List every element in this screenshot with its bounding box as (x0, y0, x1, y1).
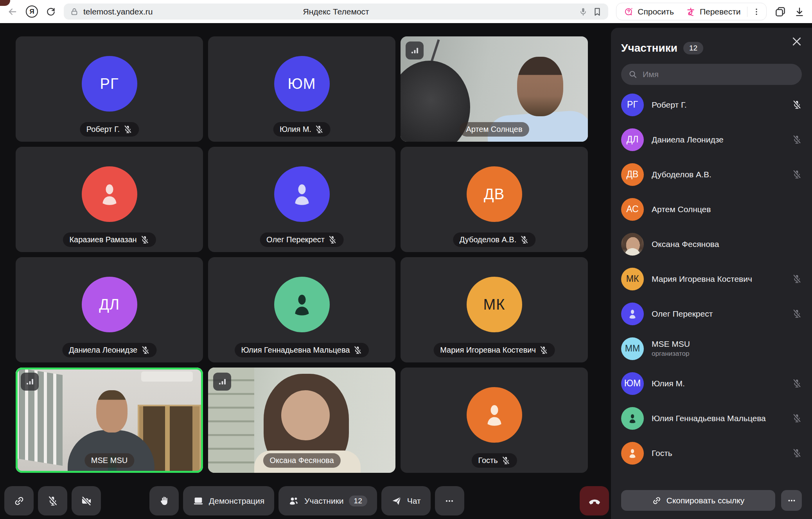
avatar: ДВ (467, 166, 522, 222)
pill-menu-button[interactable] (748, 3, 765, 20)
ask-button[interactable]: Спросить (618, 3, 679, 20)
video-tile[interactable]: ЮМЮлия М. (208, 36, 395, 142)
refresh-icon[interactable] (46, 7, 56, 17)
vertical-dots-icon (752, 7, 761, 16)
person-icon (95, 180, 124, 209)
chat-button[interactable]: Чат (381, 486, 431, 515)
divider (747, 7, 748, 17)
participant-row[interactable]: Юлия Геннадьевна Мальцева (621, 401, 802, 436)
share-screen-button[interactable]: Демонстрация (183, 486, 274, 515)
avatar (621, 303, 644, 325)
video-tile[interactable]: Юлия Геннадьевна Мальцева (208, 257, 395, 362)
call-toolbar: Демонстрация Участники 12 Чат (4, 486, 609, 515)
participant-name: MSE MSU (91, 456, 128, 465)
participant-row[interactable]: ММMSE MSUорганизатор (621, 331, 802, 366)
link-icon (14, 496, 25, 506)
participants-count-badge: 12 (349, 496, 367, 506)
video-tile[interactable]: Олег Перекрест (208, 147, 395, 252)
yandex-browser-logo[interactable]: Я (26, 5, 38, 18)
panel-footer: Скопировать ссылку (621, 490, 802, 511)
avatar: ММ (621, 337, 644, 360)
participant-info: Дубоделов А.В. (652, 170, 784, 179)
translate-icon (686, 7, 696, 17)
more-button[interactable] (435, 486, 464, 515)
participants-button[interactable]: Участники 12 (278, 486, 377, 515)
video-tile[interactable]: Артем Солнцев (401, 36, 588, 142)
avatar: АС (621, 198, 644, 221)
participant-name-label: Роберт Г. (80, 122, 139, 137)
participant-name: Мария Игоревна Костевич (440, 346, 536, 355)
hand-icon (159, 496, 170, 506)
signal-bars-icon (21, 373, 39, 391)
camera-off-icon (81, 496, 92, 506)
avatar (621, 407, 644, 430)
video-tile[interactable]: ДВДубоделов А.В. (401, 147, 588, 252)
avatar (82, 166, 137, 222)
participant-name: Юлия Геннадьевна Мальцева (241, 346, 350, 355)
bookmark-icon[interactable] (593, 7, 602, 16)
ask-label: Спросить (638, 7, 674, 16)
lock-icon[interactable] (70, 7, 79, 16)
participant-row[interactable]: ДЛДаниела Леонидзе (621, 122, 802, 157)
url-text[interactable]: telemost.yandex.ru (83, 7, 153, 16)
participant-name: Артем Солнцев (466, 125, 522, 134)
participant-row[interactable]: ЮМЮлия М. (621, 366, 802, 401)
video-tile[interactable]: РГРоберт Г. (16, 36, 203, 142)
translate-button[interactable]: Перевести (680, 3, 746, 20)
tabs-icon[interactable] (774, 6, 786, 18)
raise-hand-button[interactable] (149, 486, 179, 515)
downloads-icon[interactable] (794, 6, 805, 17)
participant-name-label: MSE MSU (84, 453, 134, 468)
participant-info: Олег Перекрест (652, 309, 784, 319)
address-bar[interactable]: telemost.yandex.ru Яндекс Телемост (64, 4, 608, 20)
participants-panel: Участники 12 РГРоберт Г.ДЛДаниела Леонид… (611, 28, 812, 519)
participant-row[interactable]: Оксана Фесянова (621, 227, 802, 261)
participant-name: Олег Перекрест (266, 235, 325, 244)
participant-name-label: Гость (471, 453, 517, 468)
participant-name-label: Каразиев Рамазан (63, 232, 156, 247)
mic-muted-icon (520, 235, 529, 244)
app-body: РГРоберт Г.ЮМЮлия М.Артем СолнцевКаразие… (0, 23, 812, 519)
participant-row[interactable]: АСАртем Солнцев (621, 192, 802, 227)
participant-row[interactable]: РГРоберт Г. (621, 87, 802, 122)
back-icon[interactable] (7, 6, 18, 17)
video-tile[interactable]: МКМария Игоревна Костевич (401, 257, 588, 362)
participant-info: Роберт Г. (652, 100, 784, 110)
signal-bars-icon (406, 41, 424, 59)
video-tile[interactable]: Каразиев Рамазан (16, 147, 203, 252)
panel-header: Участники 12 (621, 42, 802, 54)
avatar: РГ (621, 94, 644, 116)
participant-row[interactable]: Олег Перекрест (621, 296, 802, 331)
close-icon[interactable] (791, 36, 803, 47)
search-input[interactable] (642, 69, 795, 79)
avatar (274, 166, 330, 222)
participant-row[interactable]: Гость (621, 436, 802, 470)
participant-name: Юлия М. (652, 379, 784, 388)
end-call-button[interactable] (580, 486, 609, 515)
browser-ai-pill: Спросить Перевести (616, 3, 767, 20)
chat-label: Чат (407, 496, 421, 506)
video-grid: РГРоберт Г.ЮМЮлия М.Артем СолнцевКаразие… (16, 36, 588, 473)
video-tile[interactable]: Оксана Фесянова (208, 368, 395, 473)
participant-name: Роберт Г. (652, 100, 784, 110)
person-icon (287, 290, 316, 319)
copy-link-button[interactable]: Скопировать ссылку (621, 490, 775, 511)
mic-toggle-button[interactable] (38, 486, 67, 515)
camera-toggle-button[interactable] (72, 486, 101, 515)
video-tile[interactable]: Гость (401, 368, 588, 473)
video-tile[interactable]: MSE MSU (16, 368, 203, 473)
video-tile[interactable]: ДЛДаниела Леонидзе (16, 257, 203, 362)
voice-search-icon[interactable] (578, 7, 588, 16)
copy-link-button[interactable] (4, 486, 34, 515)
participant-row[interactable]: ДВДубоделов А.В. (621, 157, 802, 192)
participant-name-label: Юлия Геннадьевна Мальцева (235, 343, 369, 357)
mic-muted-icon (792, 448, 802, 458)
panel-more-button[interactable] (781, 490, 802, 511)
search-field[interactable] (621, 64, 802, 85)
participant-name-label: Дубоделов А.В. (453, 232, 535, 247)
participant-row[interactable]: МКМария Игоревна Костевич (621, 261, 802, 296)
mic-muted-icon (501, 456, 510, 465)
video-content (281, 390, 330, 440)
participants-list: РГРоберт Г.ДЛДаниела ЛеонидзеДВДубоделов… (621, 87, 802, 470)
mic-muted-icon (353, 346, 362, 355)
